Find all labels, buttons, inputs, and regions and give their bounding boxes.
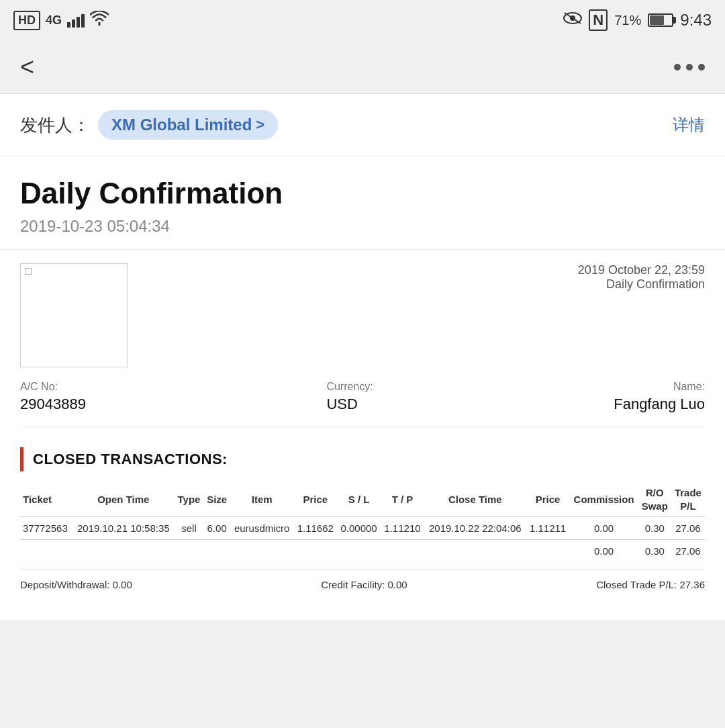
footer-row: Deposit/Withdrawal: 0.00 Credit Facility… [20,569,705,600]
chevron-right-icon: > [256,116,264,134]
signal-bar-1 [67,22,70,28]
th-ro-swap: R/OSwap [638,482,671,517]
th-price: Price [293,482,337,517]
th-tp: T / P [381,482,424,517]
total-trade-pl: 27.06 [671,540,705,563]
logo-corner-mark [25,268,32,275]
sender-badge[interactable]: XM Global Limited > [98,110,278,140]
totals-row: 0.00 0.30 27.06 [20,540,705,563]
th-size: Size [203,482,230,517]
totals-spacer [20,540,570,563]
status-left: HD 4G [13,11,109,30]
th-ticket: Ticket [20,482,72,517]
name-value: Fangfang Luo [614,396,705,413]
td-tp: 1.11210 [381,517,424,540]
doc-type: Daily Confirmation [578,277,705,291]
td-item: eurusdmicro [230,517,293,540]
transactions-table: Ticket Open Time Type Size Item Price S … [20,482,705,562]
signal-bar-4 [81,14,85,28]
email-date: 2019-10-23 05:04:34 [20,217,705,236]
wifi-icon [90,11,109,30]
email-title: Daily Confirmation [20,177,705,210]
td-open-time: 2019.10.21 10:58:35 [72,517,175,540]
td-sl: 0.00000 [337,517,381,540]
th-item: Item [230,482,293,517]
sender-left: 发件人： XM Global Limited > [20,110,278,140]
section-title: CLOSED TRANSACTIONS: [33,451,228,468]
table-row: 37772563 2019.10.21 10:58:35 sell 6.00 e… [20,517,705,540]
td-price: 1.11662 [293,517,337,540]
currency-label: Currency: [326,381,373,393]
ac-no-col: A/C No: 29043889 [20,381,86,413]
td-size: 6.00 [203,517,230,540]
battery-icon [648,13,673,27]
th-open-time: Open Time [72,482,175,517]
logo-placeholder [20,263,128,367]
section-label: CLOSED TRANSACTIONS: [20,447,705,471]
deposit-withdrawal: Deposit/Withdrawal: 0.00 [20,579,132,590]
eye-icon [563,11,582,29]
ac-no-value: 29043889 [20,396,86,413]
th-trade-pl: TradeP/L [671,482,705,517]
email-content: 发件人： XM Global Limited > 详情 Daily Confir… [0,94,725,620]
closed-trade-pl: Closed Trade P/L: 27.36 [596,579,705,590]
signal-bars [67,13,85,28]
td-trade-pl: 27.06 [671,517,705,540]
battery-percent: 71% [614,13,641,28]
hd-badge: HD [13,11,40,30]
td-type: sell [175,517,204,540]
nfc-icon: N [589,9,608,31]
dot-1 [674,64,681,71]
sender-label: 发件人： [20,113,90,137]
td-close-time: 2019.10.22 22:04:06 [424,517,526,540]
nav-bar: < [0,40,725,94]
section-bar [20,447,23,471]
td-ro-swap: 0.30 [638,517,671,540]
sender-row: 发件人： XM Global Limited > 详情 [0,94,725,156]
th-close-price: Price [526,482,570,517]
th-type: Type [175,482,204,517]
signal-bar-3 [77,17,80,28]
table-header-row: Ticket Open Time Type Size Item Price S … [20,482,705,517]
name-col: Name: Fangfang Luo [614,381,705,413]
back-button[interactable]: < [20,53,34,81]
logo-area: 2019 October 22, 23:59 Daily Confirmatio… [20,263,705,367]
th-close-time: Close Time [424,482,526,517]
sender-name: XM Global Limited [111,116,252,134]
currency-col: Currency: USD [326,381,373,413]
td-commission: 0.00 [570,517,638,540]
status-bar: HD 4G N 71% [0,0,725,40]
credit-facility: Credit Facility: 0.00 [321,579,407,590]
dot-2 [686,64,693,71]
th-sl: S / L [337,482,381,517]
doc-info: 2019 October 22, 23:59 Daily Confirmatio… [578,263,705,291]
ac-no-label: A/C No: [20,381,86,393]
doc-date: 2019 October 22, 23:59 [578,263,705,277]
name-label: Name: [614,381,705,393]
detail-link[interactable]: 详情 [673,114,705,136]
signal-bar-2 [72,19,75,28]
time-display: 9:43 [680,11,712,30]
td-close-price: 1.11211 [526,517,570,540]
more-button[interactable] [674,64,705,71]
battery-fill [650,15,663,25]
th-commission: Commission [570,482,638,517]
total-ro-swap: 0.30 [638,540,671,563]
dot-3 [698,64,705,71]
td-ticket: 37772563 [20,517,72,540]
email-header: Daily Confirmation 2019-10-23 05:04:34 [0,156,725,250]
total-commission: 0.00 [570,540,638,563]
network-badge: 4G [46,13,62,28]
email-body: 2019 October 22, 23:59 Daily Confirmatio… [0,250,725,620]
currency-value: USD [326,396,373,413]
account-info: A/C No: 29043889 Currency: USD Name: Fan… [20,381,705,427]
status-right: N 71% 9:43 [563,9,712,31]
